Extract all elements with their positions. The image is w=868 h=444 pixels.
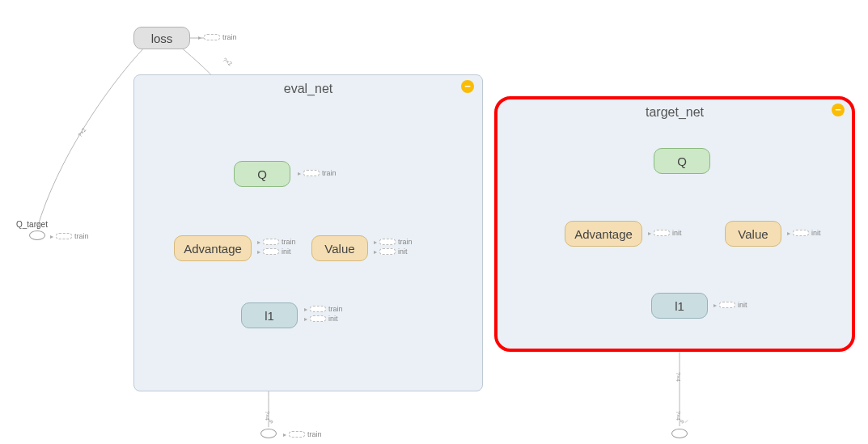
io-q-target[interactable]	[29, 230, 45, 240]
aux-eval-val-train: ▸ train	[374, 238, 413, 246]
svg-text:?×4: ?×4	[675, 372, 681, 382]
svg-text:?×2: ?×2	[77, 127, 87, 138]
aux-tgt-val-init: ▸ init	[787, 229, 821, 237]
node-label: Q	[677, 154, 687, 168]
collapse-icon[interactable]: −	[832, 104, 845, 116]
node-label: Value	[738, 227, 768, 241]
node-label: l1	[675, 299, 684, 313]
aux-eval-l1-train: ▸ train	[304, 305, 343, 313]
svg-text:s: s	[268, 417, 275, 425]
node-target-l1[interactable]: l1	[651, 293, 708, 319]
aux-tgt-l1-init: ▸ init	[713, 301, 747, 309]
node-label: l1	[265, 309, 274, 323]
node-label: Q	[257, 167, 267, 181]
node-eval-advantage[interactable]: Advantage	[174, 235, 252, 261]
svg-text:?×4: ?×4	[675, 411, 681, 421]
node-eval-l1[interactable]: l1	[241, 302, 298, 328]
node-target-value[interactable]: Value	[725, 221, 781, 247]
io-s-prime[interactable]	[671, 429, 688, 438]
aux-tgt-adv-init: ▸ init	[648, 229, 682, 237]
node-target-q[interactable]: Q	[654, 148, 710, 174]
node-label: loss	[151, 32, 173, 45]
node-loss[interactable]: loss	[133, 27, 190, 49]
node-eval-value[interactable]: Value	[311, 235, 368, 261]
aux-s-train: ▸ train	[283, 430, 322, 438]
aux-eval-adv-init: ▸ init	[257, 247, 291, 256]
aux-eval-q-train: ▸ train	[298, 169, 337, 177]
aux-eval-adv-train: ▸ train	[257, 238, 296, 246]
node-eval-q[interactable]: Q	[234, 161, 290, 187]
aux-eval-l1-init: ▸ init	[304, 315, 338, 323]
node-target-advantage[interactable]: Advantage	[565, 221, 642, 247]
node-label: Advantage	[574, 227, 633, 241]
io-s[interactable]	[260, 429, 277, 438]
svg-text:?×2: ?×2	[222, 57, 233, 67]
group-title: target_net	[497, 105, 853, 120]
io-q-target-label: Q_target	[16, 220, 48, 229]
group-eval-net[interactable]: eval_net −	[133, 74, 483, 391]
collapse-icon[interactable]: −	[461, 80, 474, 93]
aux-qtarget-train: ▸ train	[50, 232, 89, 240]
node-label: Advantage	[184, 242, 242, 256]
aux-eval-val-init: ▸ init	[374, 247, 408, 256]
graph-canvas[interactable]: ?×2 ?×2 ?×2 2 tensors 1×? ?×10 ?×10 ?×4 …	[0, 0, 868, 444]
node-label: Value	[324, 242, 354, 256]
aux-loss-train: ▸ train	[198, 33, 237, 41]
group-title: eval_net	[134, 82, 482, 96]
svg-text:s_: s_	[679, 415, 689, 425]
svg-text:?×4: ?×4	[265, 411, 270, 421]
